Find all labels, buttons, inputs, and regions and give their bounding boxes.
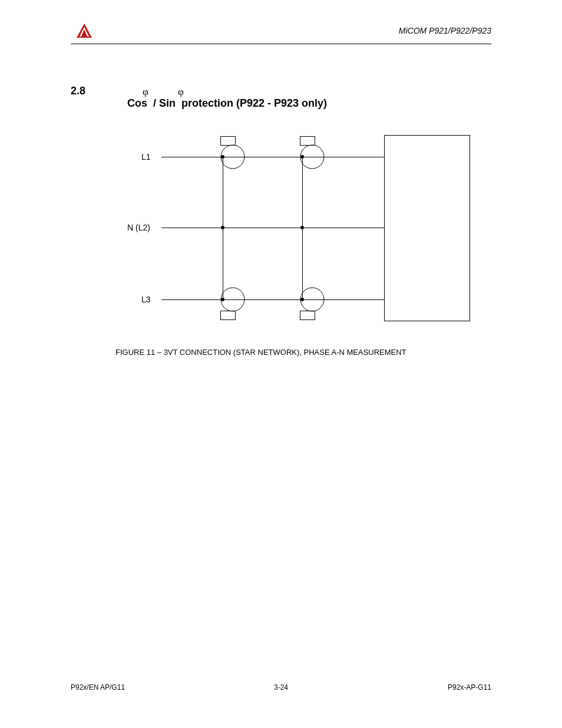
- rail-n: [161, 228, 384, 228]
- footer-left: P92x/EN AP/G11: [71, 683, 125, 691]
- header-rule: [71, 44, 491, 44]
- node-4: [300, 226, 304, 229]
- section-number: 2.8: [71, 85, 85, 97]
- figure-caption: FIGURE 11 – 3VT CONNECTION (STAR NETWORK…: [115, 348, 487, 357]
- ct-circle-3: [221, 288, 245, 312]
- ct-tab-4: [300, 311, 315, 320]
- rail-label-n: N (L2): [127, 223, 150, 232]
- ct-circle-1: [221, 145, 245, 169]
- rail-label-l1: L1: [141, 152, 151, 162]
- relay-block: [384, 135, 470, 321]
- ct-tab-2: [300, 136, 315, 146]
- node-3: [221, 226, 224, 229]
- connection-diagram: L1 N (L2) L3: [115, 121, 487, 345]
- ct-tab-1: [220, 136, 236, 146]
- rail-l1: [161, 157, 384, 157]
- phi-1: φ: [143, 86, 148, 98]
- rail-label-l3: L3: [141, 295, 151, 304]
- section-title-a: Cos / Sin protection (P922 - P923 only): [127, 97, 327, 109]
- rail-l3: [161, 299, 384, 300]
- phi-2: φ: [178, 86, 184, 98]
- brand-triangle-icon: [75, 22, 93, 41]
- ct-circle-2: [300, 145, 325, 169]
- ct-tab-3: [220, 311, 236, 320]
- ct-circle-4: [300, 288, 325, 312]
- footer-right: P92x-AP-G11: [448, 683, 491, 691]
- header-product: MiCOM P921/P922/P923: [399, 26, 491, 35]
- footer-page: 3-24: [274, 683, 288, 691]
